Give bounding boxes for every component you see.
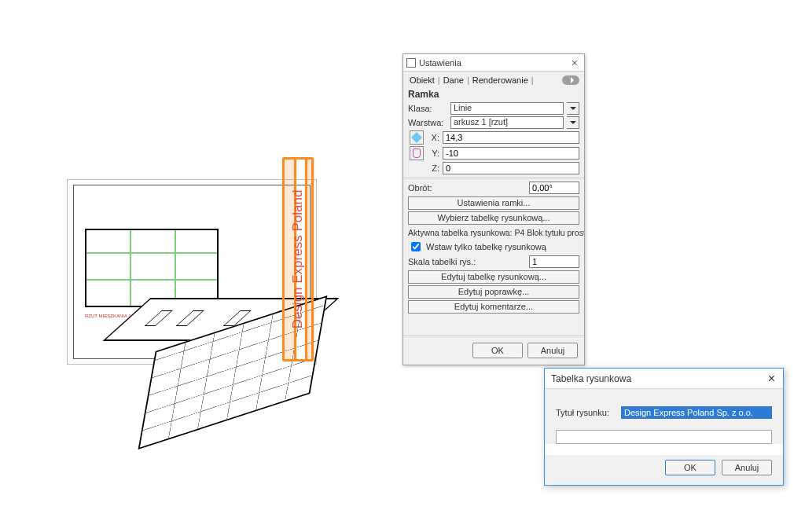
settings-titlebar[interactable]: Ustawienia × (403, 54, 584, 72)
warstwa-select[interactable]: arkusz 1 [rzut] (450, 116, 564, 129)
rotation-label: Obrót: (408, 183, 432, 193)
title-input[interactable]: Design Express Poland Sp. z o.o. (621, 406, 772, 419)
btn-wybierz-tabelke[interactable]: Wybierz tabelkę rysunkową... (408, 211, 579, 225)
dialog-title: Tabelka rysunkowa (551, 373, 631, 384)
title-block-text: Design Express Poland (290, 190, 306, 329)
btn-ustawienia-ramki[interactable]: Ustawienia ramki... (408, 196, 579, 210)
secondary-field[interactable] (556, 430, 772, 444)
settings-cancel-button[interactable]: Anuluj (527, 343, 578, 358)
active-titleblock-info: Aktywna tabelka rysunkowa: P4 Blok tytuł… (403, 226, 584, 239)
tab-obiekt[interactable]: Obiekt (406, 75, 438, 86)
warstwa-label: Warstwa: (408, 118, 447, 127)
settings-palette: Ustawienia × Obiekt | Dane | Renderowani… (402, 53, 585, 365)
field-label: Tytuł rysunku: (556, 408, 615, 417)
chk-insert-only[interactable] (411, 242, 421, 251)
tab-strip: Obiekt | Dane | Renderowanie | (403, 72, 584, 86)
sheet-frame: RZUT MIESZKANIA 1:100 (67, 179, 317, 365)
y-label: Y: (428, 149, 439, 158)
row-klasa: Klasa: Linie (403, 101, 584, 116)
dialog-ok-button[interactable]: OK (665, 460, 715, 475)
row-warstwa: Warstwa: arkusz 1 [rzut] (403, 116, 584, 130)
dialog-close-icon[interactable]: × (763, 372, 780, 386)
tab-dane[interactable]: Dane (440, 75, 467, 86)
coords-group: X: Y: Z: (403, 130, 584, 175)
row-scale: Skala tabelki rys.: (403, 255, 584, 269)
row-tytul: Tytuł rysunku: Design Express Poland Sp.… (556, 406, 772, 419)
floor-plan (85, 229, 219, 307)
titleblock-dialog: Tabelka rysunkowa × Tytuł rysunku: Desig… (544, 368, 784, 486)
warstwa-dropdown-icon[interactable] (567, 116, 579, 129)
z-input[interactable] (443, 162, 579, 174)
btn-edit-revision[interactable]: Edytuj poprawkę... (408, 285, 579, 299)
row-rotation: Obrót: (403, 181, 584, 195)
chk-insert-only-label: Wstaw tylko tabelkę rysunkową (426, 242, 546, 251)
btn-edit-comments[interactable]: Edytuj komentarze... (408, 300, 579, 314)
coord-mode-icon[interactable] (410, 130, 424, 145)
datum-icon[interactable] (410, 146, 424, 160)
z-label: Z: (428, 163, 439, 173)
x-label: X: (428, 133, 439, 142)
settings-button-bar: OK Anuluj (403, 336, 584, 365)
y-input[interactable] (443, 147, 579, 160)
drawing-preview: RZUT MIESZKANIA 1:100 Design Express Pol… (62, 138, 322, 389)
title-input-value: Design Express Poland Sp. z o.o. (624, 408, 753, 417)
klasa-select[interactable]: Linie (450, 102, 564, 115)
klasa-dropdown-icon[interactable] (567, 102, 579, 115)
dialog-titlebar[interactable]: Tabelka rysunkowa × (545, 369, 783, 389)
btn-edit-titleblock[interactable]: Edytuj tabelkę rysunkową... (408, 270, 579, 284)
rotation-input[interactable] (529, 182, 579, 194)
close-icon[interactable]: × (567, 57, 583, 69)
tab-renderowanie[interactable]: Renderowanie (469, 75, 531, 86)
collapse-toggle[interactable] (562, 75, 579, 85)
title-block-selection[interactable]: Design Express Poland (282, 157, 314, 361)
dialog-button-bar: OK Anuluj (545, 455, 783, 485)
scale-label: Skala tabelki rys.: (408, 257, 476, 266)
klasa-label: Klasa: (408, 104, 447, 113)
x-input[interactable] (443, 131, 579, 144)
scale-input[interactable] (529, 255, 579, 268)
chk-insert-only-row: Wstaw tylko tabelkę rysunkową (403, 239, 584, 255)
settings-title: Ustawienia (419, 58, 461, 68)
dialog-cancel-button[interactable]: Anuluj (722, 460, 772, 475)
window-icon (406, 58, 416, 68)
settings-ok-button[interactable]: OK (472, 343, 523, 358)
section-title: Ramka (403, 86, 584, 101)
